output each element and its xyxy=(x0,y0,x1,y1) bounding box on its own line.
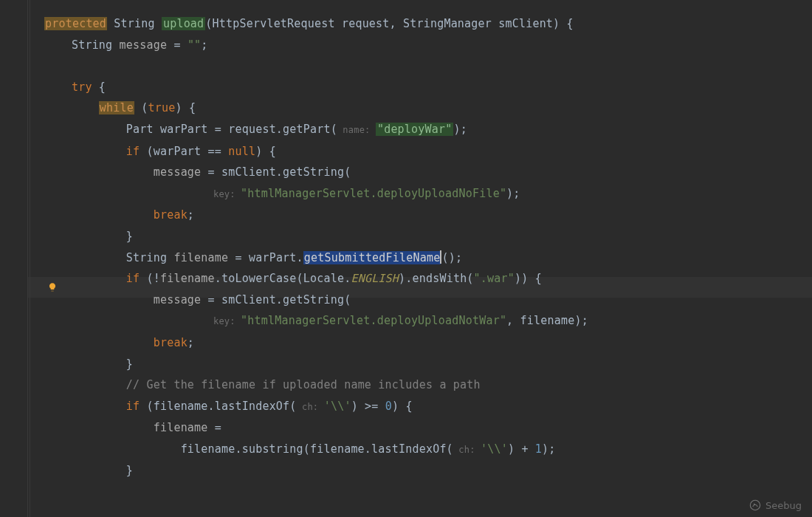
gutter xyxy=(0,0,28,517)
seebug-icon xyxy=(749,499,761,511)
code-editor-content[interactable]: protected String upload(HttpServletReque… xyxy=(44,13,588,482)
string-deploywar: "deployWar" xyxy=(376,123,454,136)
code-comment: // Get the filename if uploaded name inc… xyxy=(126,378,481,391)
parameter-hint-key: key: xyxy=(208,316,241,326)
watermark-text: Seebug xyxy=(765,500,802,511)
method-name-upload: upload xyxy=(162,17,205,30)
keyword-protected: protected xyxy=(44,17,107,30)
svg-point-0 xyxy=(750,500,760,510)
parameter-hint-ch: ch: xyxy=(453,445,481,455)
parameter-hint-ch: ch: xyxy=(297,402,324,412)
svg-point-1 xyxy=(754,504,755,505)
keyword-while: while xyxy=(99,101,134,114)
watermark: Seebug xyxy=(749,499,802,511)
selection-getsubmittedfilename: getSubmittedFileName xyxy=(303,251,441,264)
parameter-hint-key: key: xyxy=(208,189,241,199)
parameter-hint-name: name: xyxy=(337,125,376,135)
gutter-separator xyxy=(30,0,30,517)
